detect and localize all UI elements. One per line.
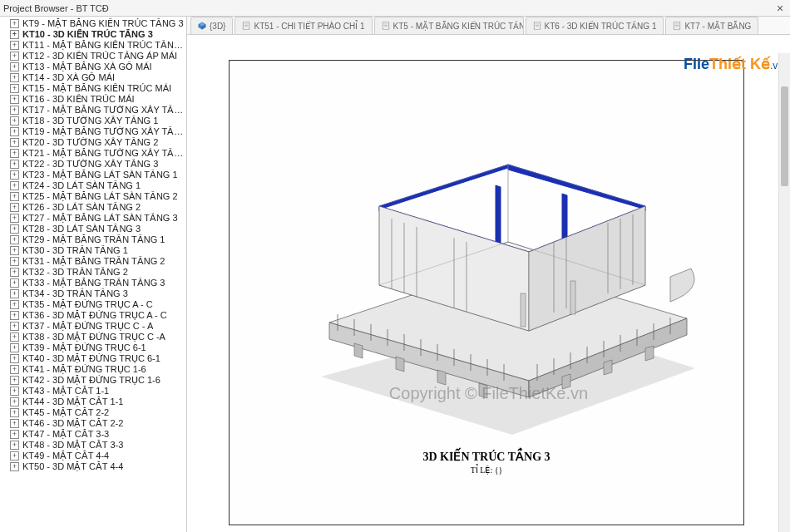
tree-item[interactable]: +KT12 - 3D KIẾN TRÚC TẦNG ÁP MÁI bbox=[0, 51, 186, 62]
expand-icon[interactable]: + bbox=[10, 116, 19, 126]
expand-icon[interactable]: + bbox=[10, 462, 19, 471]
tree-item[interactable]: +KT19 - MẶT BẰNG TƯỜNG XÂY TẦNG bbox=[0, 126, 186, 137]
tree-item[interactable]: +KT47 - MẶT CẮT 3-3 bbox=[0, 429, 186, 440]
tree-item[interactable]: +KT41 - MẶT ĐỨNG TRỤC 1-6 bbox=[0, 364, 186, 375]
view-tab[interactable]: KT6 - 3D KIẾN TRÚC TẦNG 1 bbox=[526, 17, 664, 34]
expand-icon[interactable]: + bbox=[10, 419, 19, 428]
tree-item[interactable]: +KT38 - 3D MẶT ĐỨNG TRỤC C -A bbox=[0, 332, 186, 342]
tree-item[interactable]: +KT18 - 3D TƯỜNG XÂY TẦNG 1 bbox=[0, 116, 186, 126]
tab-label: KT5 - MẶT BẰNG KIẾN TRÚC TẦNG 1 bbox=[393, 22, 524, 31]
drawing-title-block: 3D KIẾN TRÚC TẦNG 3 TỈ LỆ: {} bbox=[230, 450, 743, 475]
expand-icon[interactable]: + bbox=[10, 322, 19, 331]
expand-icon[interactable]: + bbox=[10, 430, 19, 439]
svg-rect-3 bbox=[244, 22, 250, 29]
expand-icon[interactable]: + bbox=[10, 181, 19, 190]
expand-icon[interactable]: + bbox=[10, 300, 19, 309]
tree-item[interactable]: +KT33 - MẶT BẰNG TRẦN TẦNG 3 bbox=[0, 278, 186, 288]
tree-item[interactable]: +KT31 - MẶT BẰNG TRẦN TẦNG 2 bbox=[0, 256, 186, 267]
expand-icon[interactable]: + bbox=[10, 138, 19, 147]
tree-item[interactable]: +KT23 - MẶT BẰNG LÁT SÀN TẦNG 1 bbox=[0, 170, 186, 180]
expand-icon[interactable]: + bbox=[10, 408, 19, 417]
tree-item[interactable]: +KT46 - 3D MẶT CẮT 2-2 bbox=[0, 418, 186, 429]
expand-icon[interactable]: + bbox=[10, 95, 19, 104]
view-tab[interactable]: {3D} bbox=[190, 17, 233, 34]
expand-icon[interactable]: + bbox=[10, 192, 19, 201]
expand-icon[interactable]: + bbox=[10, 441, 19, 450]
expand-icon[interactable]: + bbox=[10, 84, 19, 93]
expand-icon[interactable]: + bbox=[10, 30, 19, 39]
tree-item[interactable]: +KT25 - MẶT BẰNG LÁT SÀN TẦNG 2 bbox=[0, 191, 186, 202]
close-icon[interactable]: × bbox=[773, 2, 787, 15]
tree-item[interactable]: +KT45 - MẶT CẮT 2-2 bbox=[0, 407, 186, 418]
tree-item[interactable]: +KT36 - 3D MẶT ĐỨNG TRỤC A - C bbox=[0, 310, 186, 321]
tree-item[interactable]: +KT32 - 3D TRẦN TẦNG 2 bbox=[0, 267, 186, 278]
tree-item[interactable]: +KT30 - 3D TRẦN TẦNG 1 bbox=[0, 245, 186, 256]
expand-icon[interactable]: + bbox=[10, 332, 19, 342]
tree-item[interactable]: +KT48 - 3D MẶT CẮT 3-3 bbox=[0, 440, 186, 451]
tree-item[interactable]: +KT27 - MẶT BẰNG LÁT SÀN TẦNG 3 bbox=[0, 213, 186, 224]
expand-icon[interactable]: + bbox=[10, 214, 19, 223]
expand-icon[interactable]: + bbox=[10, 52, 19, 61]
expand-icon[interactable]: + bbox=[10, 203, 19, 212]
expand-icon[interactable]: + bbox=[10, 268, 19, 277]
expand-icon[interactable]: + bbox=[10, 73, 19, 82]
tree-item[interactable]: +KT44 - 3D MẶT CẮT 1-1 bbox=[0, 397, 186, 407]
expand-icon[interactable]: + bbox=[10, 397, 19, 406]
tree-item[interactable]: +KT24 - 3D LÁT SÀN TẦNG 1 bbox=[0, 180, 186, 191]
tree-item[interactable]: +KT29 - MẶT BẰNG TRẦN TẦNG 1 bbox=[0, 234, 186, 245]
expand-icon[interactable]: + bbox=[10, 289, 19, 298]
scrollbar-thumb[interactable] bbox=[781, 86, 788, 186]
panel-title: Project Browser - BT TCĐ bbox=[3, 3, 773, 13]
expand-icon[interactable]: + bbox=[10, 149, 19, 158]
expand-icon[interactable]: + bbox=[10, 451, 19, 461]
tab-label: KT6 - 3D KIẾN TRÚC TẦNG 1 bbox=[545, 22, 657, 31]
tree-item[interactable]: +KT9 - MẶT BẰNG KIẾN TRÚC TẦNG 3 bbox=[0, 18, 186, 29]
expand-icon[interactable]: + bbox=[10, 311, 19, 320]
project-browser-sidebar[interactable]: +KT9 - MẶT BẰNG KIẾN TRÚC TẦNG 3+KT10 - … bbox=[0, 17, 187, 532]
tree-item[interactable]: +KT50 - 3D MẶT CẮT 4-4 bbox=[0, 461, 186, 472]
tree-item[interactable]: +KT22 - 3D TƯỜNG XÂY TẦNG 3 bbox=[0, 159, 186, 170]
tree-item[interactable]: +KT34 - 3D TRẦN TẦNG 3 bbox=[0, 288, 186, 299]
vertical-scrollbar[interactable] bbox=[778, 53, 790, 532]
tree-item[interactable]: +KT26 - 3D LÁT SÀN TẦNG 2 bbox=[0, 202, 186, 213]
tree-item[interactable]: +KT14 - 3D XÀ GỒ MÁI bbox=[0, 72, 186, 83]
expand-icon[interactable]: + bbox=[10, 365, 19, 374]
expand-icon[interactable]: + bbox=[10, 354, 19, 363]
expand-icon[interactable]: + bbox=[10, 41, 19, 50]
expand-icon[interactable]: + bbox=[10, 62, 19, 71]
expand-icon[interactable]: + bbox=[10, 343, 19, 352]
tree-item[interactable]: +KT11 - MẶT BẰNG KIẾN TRÚC TẦNG ÁP bbox=[0, 40, 186, 51]
tree-item[interactable]: +KT20 - 3D TƯỜNG XÂY TẦNG 2 bbox=[0, 137, 186, 148]
tree-item[interactable]: +KT49 - MẶT CẮT 4-4 bbox=[0, 451, 186, 461]
tree-item[interactable]: +KT43 - MẶT CẮT 1-1 bbox=[0, 386, 186, 397]
tree-item[interactable]: +KT21 - MẶT BẰNG TƯỜNG XÂY TẦNG bbox=[0, 148, 186, 159]
expand-icon[interactable]: + bbox=[10, 376, 19, 385]
expand-icon[interactable]: + bbox=[10, 170, 19, 180]
tree-item[interactable]: +KT16 - 3D KIẾN TRÚC MÁI bbox=[0, 94, 186, 105]
expand-icon[interactable]: + bbox=[10, 106, 19, 115]
tree-item[interactable]: +KT13 - MẶT BẰNG XÀ GỒ MÁI bbox=[0, 62, 186, 72]
tree-item[interactable]: +KT15 - MẶT BẰNG KIẾN TRÚC MÁI bbox=[0, 83, 186, 94]
expand-icon[interactable]: + bbox=[10, 235, 19, 244]
tree-item[interactable]: +KT39 - MẶT ĐỨNG TRỤC 6-1 bbox=[0, 342, 186, 353]
expand-icon[interactable]: + bbox=[10, 160, 19, 169]
tree-item[interactable]: +KT40 - 3D MẶT ĐỨNG TRỤC 6-1 bbox=[0, 353, 186, 364]
expand-icon[interactable]: + bbox=[10, 19, 19, 28]
expand-icon[interactable]: + bbox=[10, 278, 19, 288]
expand-icon[interactable]: + bbox=[10, 127, 19, 136]
sheet-icon bbox=[382, 22, 390, 30]
tree-item[interactable]: +KT10 - 3D KIẾN TRÚC TẦNG 3 bbox=[0, 29, 186, 40]
tree-item[interactable]: +KT37 - MẶT ĐỨNG TRỤC C - A bbox=[0, 321, 186, 332]
view-tab[interactable]: KT5 - MẶT BẰNG KIẾN TRÚC TẦNG 1 bbox=[374, 17, 524, 34]
view-tab[interactable]: KT51 - CHI TIẾT PHÀO CHỈ 1 bbox=[235, 17, 372, 34]
expand-icon[interactable]: + bbox=[10, 387, 19, 396]
drawing-viewport[interactable]: 3D KIẾN TRÚC TẦNG 3 TỈ LỆ: {} Copyright … bbox=[187, 35, 790, 532]
expand-icon[interactable]: + bbox=[10, 257, 19, 266]
expand-icon[interactable]: + bbox=[10, 224, 19, 234]
tree-item[interactable]: +KT35 - MẶT ĐỨNG TRỤC A - C bbox=[0, 299, 186, 310]
expand-icon[interactable]: + bbox=[10, 246, 19, 255]
tree-item[interactable]: +KT28 - 3D LÁT SÀN TẦNG 3 bbox=[0, 224, 186, 234]
view-tab[interactable]: KT7 - MẶT BẰNG bbox=[665, 17, 758, 34]
tree-item[interactable]: +KT17 - MẶT BẰNG TƯỜNG XÂY TẦNG bbox=[0, 105, 186, 116]
tree-item[interactable]: +KT42 - 3D MẶT ĐỨNG TRỤC 1-6 bbox=[0, 375, 186, 386]
